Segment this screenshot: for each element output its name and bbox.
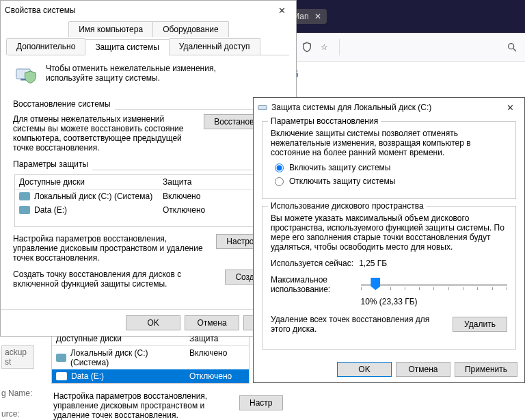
tab-advanced[interactable]: Дополнительно: [6, 38, 85, 55]
apply-button[interactable]: Применить: [455, 362, 517, 377]
delete-text: Удаление всех точек восстановления для э…: [271, 315, 446, 334]
close-icon[interactable]: ✕: [500, 101, 520, 114]
max-usage-label: Максимальное использование:: [271, 275, 353, 294]
radio-disable-input[interactable]: [275, 177, 284, 186]
bg-disk-row-c[interactable]: Локальный диск (C:) (Система) Включено: [52, 346, 249, 369]
restore-params-group: Параметры восстановления Включение защит…: [262, 121, 516, 199]
tab-row-bottom: Дополнительно Защита системы Удаленный д…: [1, 37, 296, 55]
firefox-tabbar: - Man ✕: [275, 0, 525, 33]
tab-row-top: Имя компьютера Оборудование: [1, 20, 296, 37]
radio-disable-label: Отключить защиту системы: [289, 176, 395, 186]
tab-system-protection[interactable]: Защита системы: [85, 39, 169, 55]
bg-backup-fragment: ackup st: [1, 345, 34, 369]
disk-table: Доступные диски Защита Локальный диск (C…: [14, 174, 282, 227]
bg-disk-c-name: Локальный диск (C:) (Система): [70, 348, 181, 367]
bg-disk-table: Доступные диски Защита Локальный диск (C…: [51, 331, 250, 384]
drive-icon: [19, 192, 30, 200]
radio-enable-label: Включить защиту системы: [289, 163, 391, 172]
svg-rect-4: [258, 105, 267, 109]
svg-point-0: [509, 43, 514, 49]
restore-params-legend: Параметры восстановления: [268, 116, 381, 126]
disk-usage-group: Использование дискового пространства Вы …: [262, 206, 516, 350]
drive-icon: [56, 372, 67, 380]
slider-value: 10% (23,33 ГБ): [271, 297, 507, 306]
ok-button[interactable]: OK: [126, 315, 180, 330]
protection-dialog: Защита системы для Локальный диск (C:) ✕…: [253, 97, 525, 383]
usage-now-value: 1,25 ГБ: [359, 259, 387, 268]
radio-enable[interactable]: Включить защиту системы: [275, 163, 507, 172]
shield-icon[interactable]: [301, 41, 313, 53]
cancel-button[interactable]: Отмена: [396, 362, 450, 377]
disk-row-e[interactable]: Data (E:) Отключено: [15, 203, 282, 217]
configure-text: Настройка параметров восстановления, упр…: [13, 234, 209, 263]
tab-remote[interactable]: Удаленный доступ: [169, 38, 260, 55]
ok-button[interactable]: OK: [337, 362, 392, 377]
svg-line-1: [513, 49, 516, 51]
disk-usage-text: Вы можете указать максимальный объем дис…: [271, 213, 507, 252]
drive-icon: [19, 206, 30, 214]
bg-disk-c-status: Включено: [185, 346, 249, 369]
bg-configure-text: Настройка параметров восстановления, упр…: [53, 391, 234, 420]
tab-hardware[interactable]: Оборудование: [152, 21, 229, 37]
bookmark-star-icon[interactable]: ☆: [319, 41, 331, 53]
delete-button[interactable]: Удалить: [453, 317, 507, 332]
tab-content: Чтобы отменить нежелательные изменения, …: [8, 55, 289, 302]
radio-disable[interactable]: Отключить защиту системы: [275, 176, 507, 186]
firefox-toolbar: ••• ☆: [275, 33, 525, 62]
max-usage-slider[interactable]: [361, 278, 507, 291]
search-icon[interactable]: [506, 41, 518, 53]
usage-now-label: Используется сейчас:: [271, 259, 353, 268]
system-properties-window: Свойства системы ✕ Имя компьютера Оборуд…: [0, 0, 297, 337]
restore-header: Восстановление системы: [13, 99, 111, 109]
radio-enable-input[interactable]: [275, 163, 284, 172]
bg-disk-e-name: Data (E:): [71, 371, 104, 381]
create-text: Создать точку восстановления для дисков …: [13, 270, 218, 289]
bg-configure-button[interactable]: Настр: [239, 395, 283, 410]
disk-e-name: Data (E:): [34, 205, 67, 215]
bg-source-fragment: urce:: [1, 409, 20, 419]
window-title: Свойства системы: [5, 5, 271, 15]
close-icon[interactable]: ✕: [314, 12, 321, 21]
disk-c-name: Локальный диск (C:) (Система): [34, 192, 152, 201]
drive-icon: [56, 354, 66, 362]
bg-disk-row-e[interactable]: Data (E:) Отключено: [52, 369, 249, 383]
shield-monitor-icon: [13, 64, 39, 90]
firefox-page-fragment: G: [275, 62, 525, 86]
titlebar: Свойства системы ✕: [1, 1, 296, 20]
params-header: Параметры защиты: [13, 159, 88, 169]
restore-params-text: Включение защиты системы позволяет отмен…: [271, 129, 507, 157]
col-header-disks[interactable]: Доступные диски: [15, 175, 159, 189]
drive-icon: [258, 103, 267, 112]
tab-computer-name[interactable]: Имя компьютера: [68, 21, 153, 37]
close-icon[interactable]: ✕: [271, 3, 292, 17]
bg-disk-e-status: Отключено: [185, 369, 249, 383]
protection-title: Защита системы для Локальный диск (C:): [271, 103, 500, 112]
disk-usage-legend: Использование дискового пространства: [268, 201, 427, 211]
restore-text: Для отмены нежелательных изменений систе…: [13, 114, 197, 153]
bg-name-fragment: g Name:: [1, 389, 32, 398]
intro-text: Чтобы отменить нежелательные изменения, …: [46, 64, 251, 83]
cancel-button[interactable]: Отмена: [185, 315, 239, 330]
disk-row-c[interactable]: Локальный диск (C:) (Система) Включено: [15, 189, 282, 203]
